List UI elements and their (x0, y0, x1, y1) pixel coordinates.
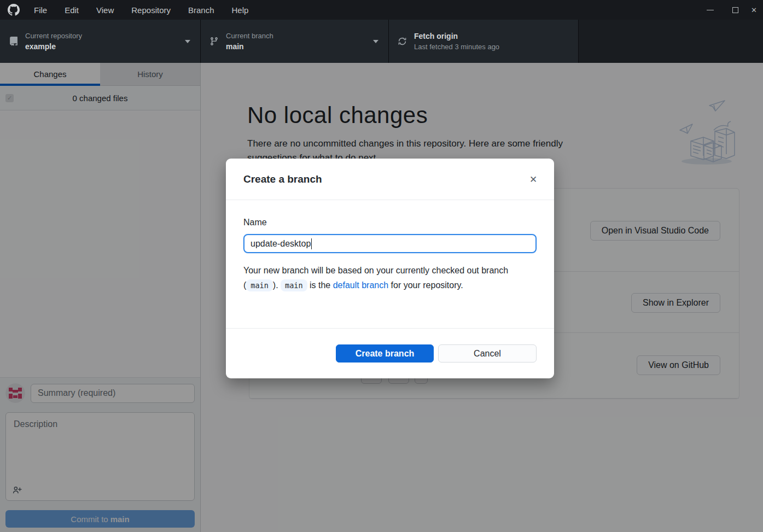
description-text: for your repository. (388, 280, 463, 290)
branch-name-input[interactable]: update-desktop (243, 234, 537, 253)
text-caret (311, 238, 312, 249)
close-window-button[interactable]: ✕ (748, 0, 763, 20)
branch-code-pill: main (281, 279, 307, 291)
minimize-button[interactable] (697, 0, 723, 20)
menu-file[interactable]: File (25, 0, 56, 20)
dialog-body: Name update-desktop Your new branch will… (226, 218, 554, 293)
create-branch-dialog: Create a branch ✕ Name update-desktop Yo… (226, 159, 554, 378)
fetch-origin-button[interactable]: Fetch origin Last fetched 3 minutes ago (389, 20, 579, 63)
menu-repository[interactable]: Repository (123, 0, 179, 20)
repo-icon (9, 37, 18, 46)
default-branch-link[interactable]: default branch (333, 280, 388, 290)
github-logo-icon (8, 4, 20, 16)
close-dialog-button[interactable]: ✕ (526, 172, 541, 187)
description-text: ). (273, 280, 281, 290)
current-branch-label: Current branch (226, 31, 273, 40)
current-repository-value: example (25, 42, 82, 52)
fetch-origin-title: Fetch origin (414, 31, 499, 41)
current-repository-button[interactable]: Current repository example (0, 20, 201, 63)
dialog-title: Create a branch (243, 173, 322, 185)
close-window-icon: ✕ (751, 6, 757, 14)
current-branch-value: main (226, 42, 273, 52)
cancel-button[interactable]: Cancel (438, 344, 537, 363)
maximize-button[interactable] (723, 0, 748, 20)
chevron-down-icon (373, 40, 378, 43)
toolbar: Current repository example Current branc… (0, 20, 763, 63)
menu-help[interactable]: Help (223, 0, 258, 20)
description-text: is the (307, 280, 333, 290)
menu-view[interactable]: View (88, 0, 123, 20)
dialog-header: Create a branch ✕ (226, 159, 554, 200)
window-controls: ✕ (697, 0, 763, 20)
branch-name-value: update-desktop (251, 239, 311, 249)
git-branch-icon (209, 37, 219, 46)
branch-code-pill: main (246, 279, 273, 291)
dialog-footer: Create branch Cancel (226, 328, 554, 378)
name-field-label: Name (243, 218, 537, 227)
current-repository-label: Current repository (25, 31, 82, 40)
fetch-origin-subtitle: Last fetched 3 minutes ago (414, 42, 499, 51)
chevron-down-icon (185, 40, 190, 43)
create-branch-button[interactable]: Create branch (336, 344, 434, 363)
dialog-description: Your new branch will be based on your cu… (243, 263, 537, 293)
current-branch-button[interactable]: Current branch main (201, 20, 389, 63)
minimize-icon (707, 10, 714, 10)
menu-edit[interactable]: Edit (56, 0, 88, 20)
maximize-icon (732, 7, 738, 13)
sync-icon (398, 37, 407, 46)
menu-bar: File Edit View Repository Branch Help ✕ (0, 0, 763, 20)
menu-branch[interactable]: Branch (179, 0, 223, 20)
